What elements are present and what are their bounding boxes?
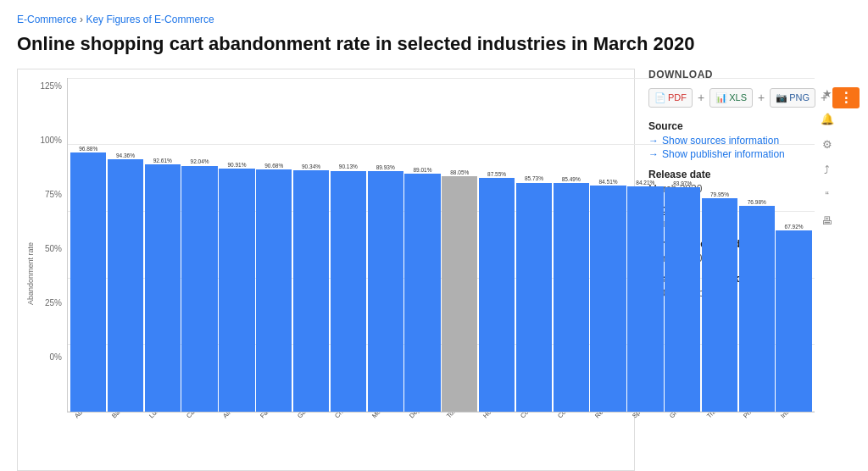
bar-rect	[776, 230, 811, 412]
bar-group: 67.92%	[776, 78, 811, 412]
bar-group: 85.49%	[554, 78, 589, 412]
bar-group: 92.61%	[145, 78, 181, 412]
bar-group: 89.93%	[368, 78, 403, 412]
x-label-text: Fashion	[259, 413, 280, 419]
bar-rect	[256, 169, 292, 412]
x-label-text: Luxury	[147, 413, 166, 419]
bar-rect	[665, 187, 700, 412]
bar-group: 79.95%	[702, 78, 737, 412]
x-label-text: Sports & Outdoor	[631, 413, 663, 419]
x-label-text: Travel	[705, 413, 723, 419]
y-label-100: 100%	[40, 136, 62, 145]
x-label-item: Groceries	[665, 413, 700, 470]
x-label-text: Mobile Providers	[370, 413, 403, 419]
bar-group: 76.98%	[739, 78, 775, 412]
bar-value-label: 90.13%	[339, 163, 358, 169]
x-label-text: Retail	[593, 413, 610, 419]
bar-rect	[554, 183, 589, 412]
bar-rect	[590, 186, 626, 412]
bar-value-label: 90.91%	[227, 162, 246, 168]
bar-rect	[108, 159, 143, 412]
bar-rect	[181, 166, 217, 412]
x-label-item: Mobile Providers	[367, 413, 403, 470]
x-label-text: Cosmetics	[519, 413, 545, 419]
breadcrumb: E-Commerce › Key Figures of E-Commerce	[17, 14, 851, 25]
bar-rect	[702, 198, 737, 412]
bar-value-label: 87.55%	[487, 171, 506, 177]
x-label-item: Gardening & DIY	[292, 413, 328, 470]
x-label-text: Pharmaceutical	[742, 413, 774, 419]
bar-rect	[442, 176, 477, 412]
x-label-item: Department Store	[404, 413, 440, 470]
bar-value-label: 85.49%	[562, 176, 581, 182]
bar-value-label: 94.36%	[116, 152, 135, 158]
share-icon[interactable]: ⤴	[818, 161, 837, 180]
x-label-item: Automotive	[70, 413, 105, 470]
x-label-item: Pharmaceutical	[738, 413, 774, 470]
x-label-item: Fashion	[255, 413, 291, 470]
bar-value-label: 96.88%	[79, 146, 97, 152]
bar-value-label: 85.73%	[525, 175, 543, 181]
x-label-text: Car Rental	[185, 413, 212, 419]
settings-icon[interactable]: ⚙	[818, 136, 837, 154]
x-label-item: Retail	[590, 413, 626, 470]
bar-group: 88.05%	[442, 78, 477, 412]
bar-group: 84.51%	[590, 78, 626, 412]
bar-value-label: 90.68%	[264, 163, 283, 169]
x-label-text: Gardening & DIY	[296, 413, 328, 419]
bar-value-label: 89.93%	[376, 164, 395, 170]
bar-group: 90.68%	[256, 78, 292, 412]
y-label-75: 75%	[45, 190, 62, 199]
x-label-item: Travel	[702, 413, 737, 470]
chart-container: Abandonment rate 125% 100% 75% 50% 25% 0…	[17, 69, 635, 471]
bar-group: 94.36%	[108, 78, 143, 412]
y-axis-title: Abandonment rate	[26, 242, 35, 305]
bar-value-label: 67.92%	[785, 224, 804, 230]
breadcrumb-link2[interactable]: Key Figures of E-Commerce	[86, 14, 214, 25]
x-label-text: Baby & Child	[110, 413, 142, 419]
bar-group: 84.21%	[627, 78, 663, 412]
bar-rect	[739, 206, 775, 412]
bar-group: 90.91%	[219, 78, 254, 412]
x-label-item: Airlines	[218, 413, 253, 470]
bar-rect	[627, 186, 663, 412]
x-label-item: Hotel	[478, 413, 514, 470]
more-formats-button[interactable]: ⋮	[832, 87, 860, 108]
bar-group: 83.97%	[665, 78, 700, 412]
bar-group: 90.34%	[293, 78, 329, 412]
x-label-text: Cruise & Ferry	[333, 413, 365, 419]
breadcrumb-link1[interactable]: E-Commerce	[17, 14, 77, 25]
quote-icon[interactable]: “	[818, 186, 837, 205]
print-icon[interactable]: 🖶	[818, 212, 837, 230]
bar-group: 87.55%	[479, 78, 515, 412]
bar-value-label: 88.05%	[450, 169, 469, 175]
bar-rect	[331, 171, 366, 412]
x-label-item: Cruise & Ferry	[330, 413, 365, 470]
bar-value-label: 83.97%	[673, 180, 692, 186]
x-label-item: Baby & Child	[107, 413, 142, 470]
bar-group: 89.01%	[404, 78, 440, 412]
bar-value-label: 90.34%	[302, 163, 320, 169]
y-label-125: 125%	[40, 81, 62, 91]
bar-group: 92.04%	[181, 78, 217, 412]
x-label-text: Airlines	[221, 413, 242, 419]
x-label-item: Sports & Outdoor	[627, 413, 663, 470]
x-label-text: Insurance	[779, 413, 804, 419]
page-title: Online shopping cart abandonment rate in…	[17, 32, 851, 57]
y-label-50: 50%	[45, 244, 62, 253]
side-icons-panel: ★ 🔔 ⚙ ⤴ “ 🖶	[818, 78, 837, 470]
x-label-text: Consumer Electronics	[556, 413, 588, 419]
bar-value-label: 76.98%	[748, 199, 766, 205]
bar-rect	[368, 171, 403, 412]
x-label-item: Insurance	[776, 413, 811, 470]
bar-value-label: 84.21%	[636, 180, 654, 186]
star-icon[interactable]: ★	[818, 85, 837, 103]
bar-value-label: 79.95%	[710, 191, 729, 197]
bar-rect	[145, 164, 181, 412]
y-label-0: 0%	[50, 352, 62, 362]
bell-icon[interactable]: 🔔	[818, 110, 837, 129]
bar-group: 85.73%	[516, 78, 552, 412]
x-label-text: Total	[445, 413, 460, 419]
bar-group: 90.13%	[331, 78, 366, 412]
x-label-item: Luxury	[144, 413, 180, 470]
